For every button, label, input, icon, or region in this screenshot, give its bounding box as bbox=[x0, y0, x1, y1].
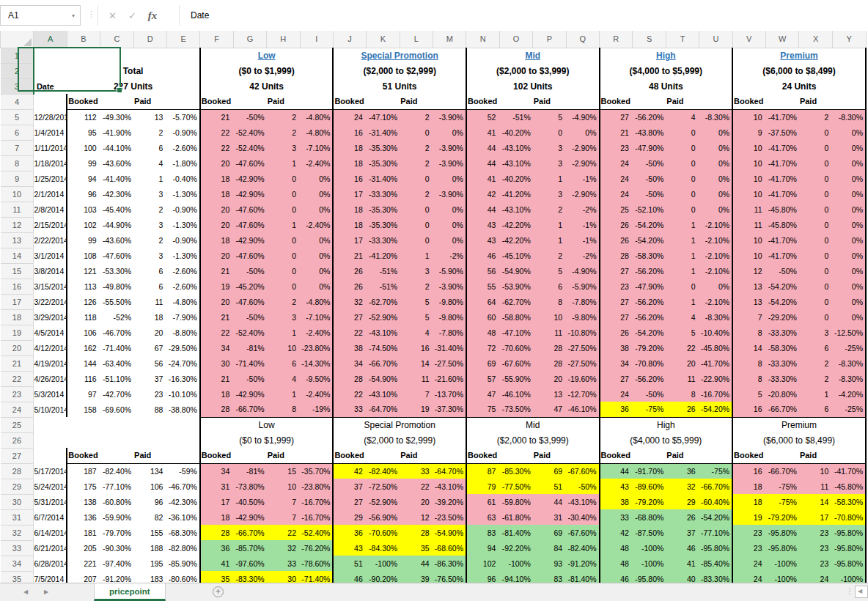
cell[interactable]: 36 bbox=[600, 402, 633, 417]
tier-units-high[interactable]: 48 Units bbox=[600, 78, 733, 94]
cell[interactable]: -35.30% bbox=[367, 217, 400, 232]
cell[interactable]: -70.80% bbox=[633, 355, 666, 371]
add-sheet-icon[interactable]: + bbox=[213, 586, 224, 597]
cell[interactable]: 2 bbox=[400, 279, 433, 294]
cell[interactable]: 3 bbox=[533, 186, 566, 202]
cell[interactable]: -90.20% bbox=[367, 571, 400, 583]
cell[interactable]: 116 bbox=[67, 371, 100, 386]
cell[interactable]: -5.90% bbox=[566, 279, 599, 294]
tier-title2-special-promotion[interactable]: Special Promotion bbox=[333, 417, 466, 432]
cell[interactable]: -95.80% bbox=[765, 525, 798, 540]
cell[interactable]: 51 bbox=[333, 556, 366, 571]
cell[interactable]: 34 bbox=[600, 355, 633, 371]
cell[interactable]: -0.90% bbox=[166, 232, 199, 248]
col-header-O[interactable]: O bbox=[499, 31, 532, 48]
cell[interactable]: -10.10% bbox=[166, 386, 199, 402]
cell[interactable]: 22 bbox=[200, 125, 233, 140]
cell[interactable]: -46.10% bbox=[499, 386, 532, 402]
cell[interactable]: 8 bbox=[533, 294, 566, 309]
cell[interactable]: -43.10% bbox=[499, 140, 532, 155]
cell[interactable]: 11 bbox=[732, 217, 765, 232]
cell[interactable]: -50% bbox=[633, 386, 666, 402]
cell[interactable]: 0 bbox=[799, 186, 832, 202]
cell[interactable]: -42.30% bbox=[166, 494, 199, 509]
cell[interactable]: -54.90% bbox=[499, 263, 532, 279]
cell[interactable]: 113 bbox=[67, 279, 100, 294]
cell[interactable]: -46.70% bbox=[100, 325, 133, 340]
cell[interactable]: -1.30% bbox=[166, 248, 199, 263]
cell-date[interactable]: 12/28/2013 bbox=[34, 109, 67, 125]
cell[interactable]: 2 bbox=[533, 202, 566, 217]
cell[interactable]: -58.30% bbox=[633, 248, 666, 263]
cell[interactable]: -44.90% bbox=[100, 217, 133, 232]
booked-label[interactable]: Booked bbox=[732, 94, 799, 109]
booked-label[interactable]: Booked bbox=[200, 448, 267, 463]
col-header-T[interactable]: T bbox=[666, 31, 699, 48]
cell[interactable]: 36 bbox=[333, 525, 366, 540]
col-header-M[interactable]: M bbox=[433, 31, 466, 48]
cell[interactable]: -72.50% bbox=[367, 479, 400, 494]
row-header-19[interactable]: 19 bbox=[1, 325, 34, 340]
cell[interactable]: 17 bbox=[333, 186, 366, 202]
cell[interactable]: 20 bbox=[200, 294, 233, 309]
cell[interactable]: 158 bbox=[67, 402, 100, 417]
paid-label[interactable]: Paid bbox=[666, 94, 732, 109]
cell[interactable]: -47.60% bbox=[100, 248, 133, 263]
cell[interactable]: 38 bbox=[333, 340, 366, 355]
cell[interactable]: 24 bbox=[600, 186, 633, 202]
col-header-I[interactable]: I bbox=[300, 31, 333, 48]
cell[interactable]: 18 bbox=[333, 140, 366, 155]
cell[interactable]: 34 bbox=[200, 340, 233, 355]
cell[interactable]: -2% bbox=[433, 248, 466, 263]
cell[interactable]: 1 bbox=[666, 263, 699, 279]
col-header-K[interactable]: K bbox=[367, 31, 400, 48]
cell[interactable]: 0% bbox=[300, 263, 333, 279]
cell[interactable]: -4.90% bbox=[566, 263, 599, 279]
cell[interactable]: -41.20% bbox=[367, 248, 400, 263]
cell[interactable]: -2.40% bbox=[300, 217, 333, 232]
cell[interactable]: 0 bbox=[267, 232, 300, 248]
cell[interactable]: 22 bbox=[400, 479, 433, 494]
cell[interactable]: 0% bbox=[433, 125, 466, 140]
cell[interactable]: 8 bbox=[267, 402, 300, 417]
cell[interactable]: 43 bbox=[466, 232, 499, 248]
cell[interactable]: -70.60% bbox=[367, 525, 400, 540]
row-header-18[interactable]: 18 bbox=[1, 309, 34, 325]
cell[interactable]: 16 bbox=[732, 463, 765, 479]
cell[interactable]: 2 bbox=[400, 155, 433, 171]
tier-range-premium[interactable]: ($6,000 to $8,499) bbox=[732, 63, 866, 78]
cell[interactable]: 0 bbox=[267, 279, 300, 294]
cell[interactable]: 46 bbox=[333, 571, 366, 583]
cell[interactable]: -59% bbox=[166, 463, 199, 479]
cell[interactable]: 27 bbox=[600, 294, 633, 309]
tier-units-mid[interactable]: 102 Units bbox=[466, 78, 600, 94]
col-header-V[interactable]: V bbox=[732, 31, 765, 48]
cell[interactable]: -41.70% bbox=[765, 186, 798, 202]
cell[interactable]: -31.40% bbox=[367, 125, 400, 140]
cell[interactable]: -58.80% bbox=[499, 309, 532, 325]
cell[interactable]: 0% bbox=[566, 125, 599, 140]
cell[interactable]: -33.30% bbox=[765, 325, 798, 340]
cell[interactable]: -100% bbox=[832, 571, 866, 583]
cell[interactable]: 16 bbox=[333, 171, 366, 186]
tier-range2-low[interactable]: ($0 to $1,999) bbox=[200, 432, 334, 448]
cell[interactable]: -81.40% bbox=[499, 525, 532, 540]
cell[interactable]: -21.60% bbox=[433, 371, 466, 386]
cell[interactable]: -1.30% bbox=[166, 217, 199, 232]
cell[interactable]: -41.40% bbox=[100, 171, 133, 186]
cell[interactable]: -7.80% bbox=[433, 325, 466, 340]
cell[interactable]: 33 bbox=[600, 509, 633, 525]
cell[interactable]: 27 bbox=[333, 309, 366, 325]
cell[interactable]: 67 bbox=[133, 340, 166, 355]
sheet-nav-right-icon[interactable]: ▶ bbox=[44, 589, 48, 595]
cell[interactable]: -75% bbox=[633, 402, 666, 417]
cell[interactable]: -42.70% bbox=[100, 386, 133, 402]
cell[interactable]: -43.10% bbox=[367, 386, 400, 402]
cell[interactable]: 13 bbox=[133, 109, 166, 125]
cell[interactable]: 0 bbox=[533, 125, 566, 140]
row-header-10[interactable]: 10 bbox=[1, 186, 34, 202]
cell[interactable]: 1 bbox=[133, 171, 166, 186]
cell[interactable]: 0 bbox=[666, 171, 699, 186]
cell[interactable]: 18 bbox=[200, 386, 233, 402]
cell[interactable]: 26 bbox=[333, 279, 366, 294]
